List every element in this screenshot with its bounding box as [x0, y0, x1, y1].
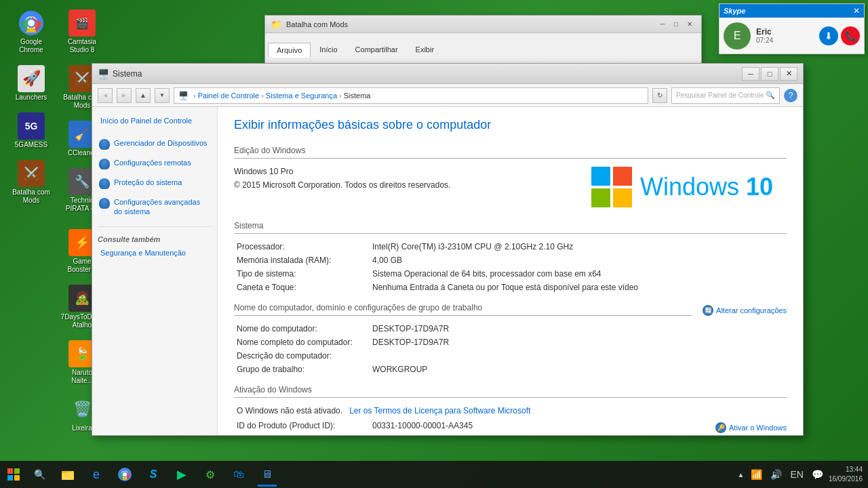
taskbar-search-btn[interactable]: 🔍 — [27, 461, 52, 488]
sidebar: Início do Painel de Controle Gerenciador… — [92, 107, 218, 435]
notification-icon[interactable]: 💬 — [809, 468, 826, 481]
edition-copyright: © 2015 Microsoft Corporation. Todos os d… — [234, 180, 450, 190]
window-content: Início do Painel de Controle Gerenciador… — [92, 107, 803, 435]
desktop-icon-camtasia[interactable]: 🎬 Camtasia Studio 8 — [58, 7, 106, 57]
windows10-logo: Windows 10 — [591, 167, 773, 207]
volume-icon[interactable]: 🔊 — [768, 468, 785, 481]
desktop-icon-5gamess[interactable]: 5G 5GAMESS — [7, 110, 56, 152]
skype-avatar: E — [724, 22, 751, 49]
taskbar-clock[interactable]: 13:44 16/09/2016 — [829, 465, 863, 484]
taskbar-skype[interactable]: S — [140, 461, 167, 488]
activate-icon: 🔑 — [715, 422, 726, 433]
launchers-label: Launchers — [16, 94, 47, 102]
activate-label: Ativar o Windows — [729, 424, 787, 432]
up-btn[interactable]: ▲ — [136, 88, 151, 103]
fe-tab-exibir[interactable]: Exibir — [407, 42, 443, 57]
skype-notification: Skype ✕ E Eric 07:24 ⬇ 📞 — [719, 3, 865, 54]
activate-windows-link[interactable]: 🔑 Ativar o Windows — [715, 422, 787, 433]
windows10-text: Windows 10 — [640, 173, 773, 201]
desktop: Google Chrome 🚀 Launchers 5G 5GAMESS ⚔️ … — [0, 0, 868, 488]
fe-tab-compartilhar[interactable]: Compartilhar — [347, 42, 407, 57]
activation-terms-link[interactable]: Ler os Termos de Licença para Software M… — [349, 406, 530, 415]
desktop-icon-google-chrome[interactable]: Google Chrome — [7, 7, 56, 57]
svg-rect-4 — [7, 468, 13, 474]
windows10-logo-area: Windows 10 — [591, 167, 787, 207]
skype-info: Eric 07:24 — [756, 27, 814, 44]
breadcrumb: 🖥️ › Painel de Controle › Sistema e Segu… — [174, 87, 648, 104]
full-name-row: Nome completo do computador: DESKTOP-17D… — [237, 338, 787, 347]
tray-expand-btn[interactable]: ▲ — [736, 470, 746, 480]
taskbar-ie[interactable]: e — [83, 461, 110, 488]
desktop-icons-container: Google Chrome 🚀 Launchers 5G 5GAMESS ⚔️ … — [7, 7, 56, 207]
windows-edition-title: Edição do Windows — [234, 146, 305, 155]
desktop-icon-launchers[interactable]: 🚀 Launchers — [7, 62, 56, 104]
activation-section-header: Ativação do Windows — [234, 385, 787, 398]
fe-tab-inicio[interactable]: Início — [311, 42, 346, 57]
computer-name-info: Nome do computador: DESKTOP-17D9A7R Nome… — [234, 324, 787, 374]
taskbar-media-player[interactable]: ▶ — [168, 461, 195, 488]
svg-rect-6 — [7, 475, 13, 481]
fe-close-btn[interactable]: ✕ — [684, 18, 696, 30]
skype-accept-btn[interactable]: ⬇ — [819, 26, 838, 45]
search-bar[interactable]: Pesquisar Painel de Controle 🔍 — [671, 87, 780, 104]
help-btn[interactable]: ? — [784, 89, 797, 102]
workgroup-row: Grupo de trabalho: WORKGROUP — [237, 365, 787, 374]
window-titlebar: 🖥️ Sistema ─ □ ✕ — [92, 64, 803, 84]
sidebar-item-remotas[interactable]: Configurações remotas — [98, 157, 212, 171]
skype-close-btn[interactable]: ✕ — [853, 6, 860, 16]
refresh-btn[interactable]: ↻ — [652, 88, 667, 103]
system-type-value: Sistema Operacional de 64 bits, processa… — [372, 269, 601, 279]
fe-minimize-btn[interactable]: ─ — [656, 18, 669, 30]
taskbar-sistema-window[interactable]: 🖥 — [254, 461, 281, 488]
address-bar: ◄ ► ▲ ▼ 🖥️ › Painel de Controle › Sistem… — [92, 84, 803, 107]
taskbar-green-app[interactable]: ⚙ — [197, 461, 224, 488]
sidebar-item-avancadas[interactable]: Configurações avançadas do sistema — [98, 196, 212, 218]
change-settings-label: Alterar configurações — [716, 306, 787, 314]
change-settings-icon: 🔄 — [703, 305, 713, 316]
minimize-btn[interactable]: ─ — [742, 67, 760, 81]
taskbar-file-explorer[interactable] — [54, 461, 81, 488]
batalha1-label: Batalha com Mods — [9, 188, 53, 205]
sidebar-security-link[interactable]: Segurança e Manutenção — [98, 247, 212, 258]
windows-flag-icon — [591, 167, 632, 207]
processor-value: Intel(R) Core(TM) i3-2310M CPU @ 2.10GHz… — [372, 242, 573, 251]
product-id-label: ID do Produto (Product ID): — [237, 421, 372, 430]
computer-name-section-title: Nome do computador, domínio e configuraç… — [234, 303, 482, 312]
pen-touch-row: Caneta e Toque: Nenhuma Entrada à Caneta… — [237, 283, 787, 292]
full-name-label: Nome completo do computador: — [237, 338, 372, 347]
fe-tab-arquivo[interactable]: Arquivo — [268, 43, 311, 58]
recent-btn[interactable]: ▼ — [155, 88, 170, 103]
forward-btn[interactable]: ► — [117, 88, 132, 103]
taskbar-chrome[interactable] — [111, 461, 138, 488]
input-icon[interactable]: EN — [787, 468, 806, 481]
desktop-icon-batalha1[interactable]: ⚔️ Batalha com Mods — [7, 157, 56, 207]
sidebar-main-link[interactable]: Início do Painel de Controle — [98, 115, 212, 126]
close-btn[interactable]: ✕ — [780, 67, 797, 81]
edition-info-rows: Windows 10 Pro © 2015 Microsoft Corporat… — [234, 167, 591, 207]
computer-name-value: DESKTOP-17D9A7R — [372, 324, 449, 333]
fe-maximize-btn[interactable]: □ — [670, 18, 682, 30]
back-btn[interactable]: ◄ — [98, 88, 113, 103]
windows-edition-section: Edição do Windows — [234, 146, 787, 159]
edition-copyright-row: © 2015 Microsoft Corporation. Todos os d… — [234, 180, 591, 190]
svg-rect-7 — [14, 475, 20, 481]
device-manager-icon — [99, 139, 110, 150]
skype-logo: Skype — [724, 7, 745, 15]
taskbar: 🔍 e — [0, 461, 868, 488]
5gamess-label: 5GAMESS — [15, 141, 47, 149]
start-button[interactable] — [0, 461, 27, 488]
network-icon[interactable]: 📶 — [748, 468, 765, 481]
chrome-label: Google Chrome — [9, 38, 53, 54]
breadcrumb-sistema: Sistema — [344, 92, 371, 100]
flag-red — [613, 167, 632, 186]
breadcrumb-panel-controle[interactable]: Painel de Controle — [198, 92, 260, 100]
change-settings-link[interactable]: 🔄 Alterar configurações — [703, 305, 787, 316]
sidebar-item-protecao[interactable]: Proteção do sistema — [98, 176, 212, 190]
taskbar-store[interactable]: 🛍 — [225, 461, 252, 488]
skype-decline-btn[interactable]: 📞 — [841, 26, 860, 45]
computer-name-row: Nome do computador: DESKTOP-17D9A7R — [237, 324, 787, 333]
sistema-window: 🖥️ Sistema ─ □ ✕ ◄ ► ▲ ▼ 🖥️ › Painel de … — [92, 63, 804, 436]
restore-btn[interactable]: □ — [761, 67, 778, 81]
breadcrumb-sistema-seguranca[interactable]: Sistema e Segurança — [266, 92, 337, 100]
sidebar-item-dispositivos[interactable]: Gerenciador de Dispositivos — [98, 137, 212, 151]
